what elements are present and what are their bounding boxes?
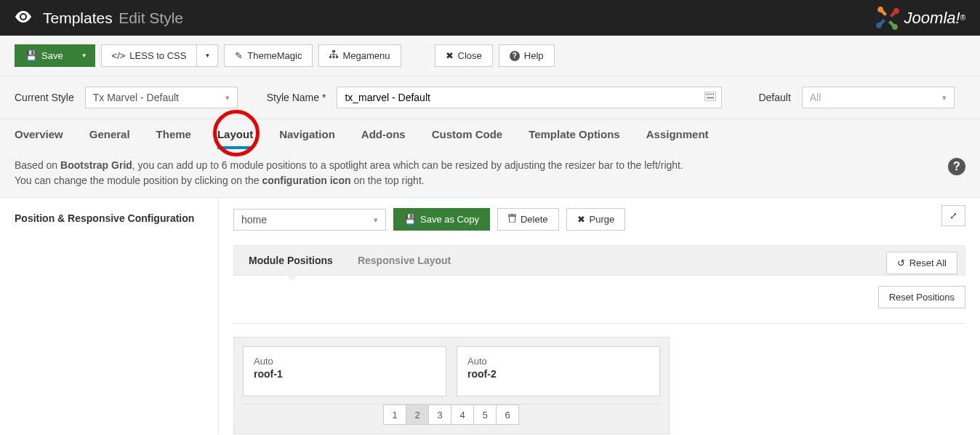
help-label: Help (524, 50, 544, 61)
tab-label: Layout (217, 128, 253, 140)
divider (233, 323, 965, 324)
pager-btn-2[interactable]: 2 (406, 404, 429, 425)
trash-icon (508, 214, 516, 225)
reset-positions-button[interactable]: Reset Positions (878, 286, 965, 308)
tab-label: Add-ons (361, 128, 406, 140)
default-value: All (810, 92, 822, 103)
module-name-label: roof-2 (467, 368, 649, 380)
purge-button[interactable]: ✖ Purge (566, 208, 626, 231)
pager-btn-1[interactable]: 1 (383, 404, 406, 425)
reset-all-button[interactable]: ↺ Reset All (886, 252, 957, 274)
tab-general[interactable]: General (89, 119, 130, 149)
tab-label: Theme (156, 128, 191, 140)
eye-icon[interactable] (15, 9, 32, 26)
layout-select[interactable]: home (233, 209, 386, 231)
tab-addons[interactable]: Add-ons (361, 119, 406, 149)
pager-label: 2 (414, 410, 419, 420)
code-icon: </> (112, 50, 126, 61)
pager-btn-4[interactable]: 4 (451, 404, 474, 425)
module-name-label: roof-1 (254, 368, 435, 380)
module-box-roof-1[interactable]: Auto roof-1 (243, 346, 446, 396)
megamenu-button[interactable]: Megamenu (318, 44, 401, 67)
svg-rect-3 (336, 56, 338, 58)
reset-positions-label: Reset Positions (889, 292, 955, 303)
thememagic-button[interactable]: ✎ ThemeMagic (224, 44, 313, 67)
subtab-module-positions[interactable]: Module Positions (249, 255, 333, 266)
filter-row: Current Style Tx Marvel - Default Style … (0, 76, 980, 119)
subtab-responsive-layout[interactable]: Responsive Layout (358, 255, 451, 266)
info-line2-bold: configuration icon (262, 175, 350, 186)
brand-text: Joomla! (904, 9, 960, 28)
joomla-icon (875, 6, 900, 31)
joomla-logo[interactable]: Joomla!® (875, 6, 965, 31)
info-bar: Based on Bootstrap Grid, you can add up … (0, 149, 980, 198)
title-text: Templates (43, 9, 113, 26)
tab-custom-code[interactable]: Custom Code (432, 119, 503, 149)
less-dropdown-button[interactable]: ▼ (196, 44, 218, 67)
sidebar: Position & Responsive Configuration (0, 198, 218, 434)
tab-label: Assignment (646, 128, 709, 140)
style-name-label: Style Name * (267, 92, 326, 103)
svg-rect-1 (329, 56, 332, 58)
help-button[interactable]: ? Help (499, 44, 555, 67)
topbar-left: Templates Edit Style (15, 9, 183, 27)
subtab-pointer (286, 275, 298, 281)
tab-navigation[interactable]: Navigation (279, 119, 335, 149)
sidebar-title: Position & Responsive Configuration (15, 212, 204, 224)
pager-label: 6 (505, 410, 510, 420)
current-style-select[interactable]: Tx Marvel - Default (85, 87, 238, 108)
pager-btn-5[interactable]: 5 (473, 404, 497, 425)
expand-button[interactable]: ⤢ (941, 205, 965, 226)
delete-label: Delete (521, 214, 548, 225)
undo-icon: ↺ (897, 258, 905, 268)
pager-btn-6[interactable]: 6 (496, 404, 519, 425)
less-button-group: </> LESS to CSS ▼ (101, 44, 219, 67)
save-label: Save (41, 50, 63, 61)
subtitle-text: Edit Style (119, 9, 183, 26)
svg-rect-6 (708, 94, 710, 95)
svg-rect-2 (333, 56, 335, 58)
info-line1-pre: Based on (15, 159, 60, 171)
tab-label: General (89, 128, 130, 140)
page-title: Templates Edit Style (43, 9, 183, 27)
main-layout: Position & Responsive Configuration home… (0, 198, 980, 434)
wand-icon: ✎ (235, 50, 243, 61)
save-dropdown-button[interactable]: ▼ (73, 44, 95, 67)
module-area: Auto roof-1 Auto roof-2 1 2 3 4 5 6 (233, 337, 670, 434)
close-button[interactable]: ✖ Close (435, 44, 493, 67)
style-name-input[interactable] (337, 87, 722, 108)
close-label: Close (458, 50, 482, 61)
pager-label: 3 (437, 410, 442, 420)
caret-down-icon: ▼ (204, 52, 210, 59)
module-auto-label: Auto (254, 356, 435, 367)
pager-label: 5 (482, 410, 487, 420)
pager-label: 1 (392, 410, 397, 420)
save-button[interactable]: 💾 Save (15, 44, 73, 67)
less-to-css-button[interactable]: </> LESS to CSS (101, 44, 197, 67)
help-circle-button[interactable]: ? (948, 158, 965, 175)
thememagic-label: ThemeMagic (247, 50, 302, 61)
info-text: Based on Bootstrap Grid, you can add up … (15, 158, 683, 188)
module-box-roof-2[interactable]: Auto roof-2 (457, 346, 660, 396)
tab-layout[interactable]: Layout (217, 119, 253, 149)
save-icon: 💾 (404, 214, 416, 225)
tab-overview[interactable]: Overview (15, 119, 63, 149)
default-select[interactable]: All (802, 87, 955, 108)
keyboard-icon[interactable] (704, 92, 716, 103)
info-line2-pre: You can change the module position by cl… (15, 175, 262, 186)
info-line1-post: , you can add up to 6 module positions t… (132, 159, 683, 171)
pager-btn-3[interactable]: 3 (428, 404, 451, 425)
megamenu-label: Megamenu (342, 50, 390, 61)
save-as-copy-button[interactable]: 💾 Save as Copy (393, 208, 490, 231)
tab-theme[interactable]: Theme (156, 119, 191, 149)
reset-all-label: Reset All (909, 258, 947, 268)
module-row: Auto roof-1 Auto roof-2 (243, 346, 660, 396)
subtabs: Module Positions Responsive Layout ↺ Res… (233, 245, 965, 276)
question-icon: ? (510, 51, 520, 61)
tab-template-options[interactable]: Template Options (529, 119, 620, 149)
svg-rect-7 (710, 94, 712, 95)
tab-label: Custom Code (432, 128, 503, 140)
delete-button[interactable]: Delete (497, 208, 559, 231)
tab-assignment[interactable]: Assignment (646, 119, 709, 149)
save-button-group: 💾 Save ▼ (15, 44, 95, 67)
